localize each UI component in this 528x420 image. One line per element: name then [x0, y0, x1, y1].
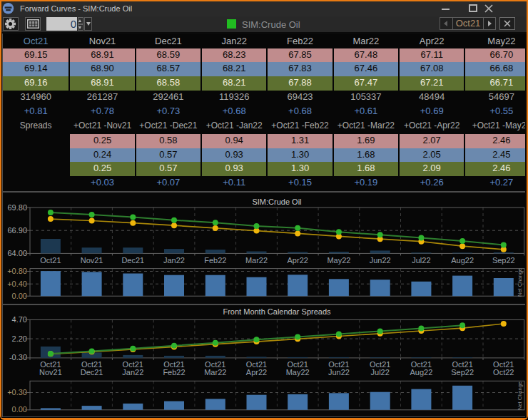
svg-text:64.00: 64.00 [7, 249, 27, 257]
svg-text:Jun22: Jun22 [328, 368, 350, 377]
svg-text:0.00: 0.00 [12, 405, 27, 414]
svg-text:Aug22: Aug22 [410, 368, 432, 377]
svg-text:Nov21: Nov21 [39, 368, 62, 377]
svg-text:+0.40: +0.40 [7, 280, 27, 288]
svg-text:+0.30: +0.30 [7, 388, 27, 396]
svg-text:69.80: 69.80 [7, 203, 27, 212]
svg-text:SIM:Crude Oil: SIM:Crude Oil [252, 198, 301, 206]
svg-text:Apr22: Apr22 [246, 368, 267, 377]
svg-text:Mar22: Mar22 [245, 256, 268, 265]
svg-text:Sep22: Sep22 [451, 368, 474, 377]
svg-text:Apr22: Apr22 [288, 256, 308, 265]
svg-text:Jan22: Jan22 [163, 256, 185, 265]
svg-text:May22: May22 [286, 368, 310, 377]
svg-text:66.90: 66.90 [7, 226, 27, 235]
svg-text:Oct22: Oct22 [493, 368, 514, 377]
svg-text:2.20: 2.20 [12, 334, 27, 343]
svg-text:Jul22: Jul22 [412, 256, 430, 265]
svg-text:Oct21: Oct21 [40, 256, 61, 265]
svg-text:+0.80: +0.80 [7, 267, 27, 275]
svg-text:Jul22: Jul22 [371, 368, 390, 377]
svg-text:0.00: 0.00 [12, 292, 27, 300]
svg-text:Net Change: Net Change [517, 268, 523, 297]
svg-text:Mar22: Mar22 [204, 368, 226, 377]
svg-text:Front Month Calendar Spreads: Front Month Calendar Spreads [223, 307, 331, 316]
svg-text:Jun22: Jun22 [370, 256, 391, 265]
svg-text:Dec21: Dec21 [81, 368, 103, 377]
svg-text:Dec21: Dec21 [121, 256, 144, 265]
svg-text:May22: May22 [327, 256, 350, 265]
svg-text:Feb22: Feb22 [204, 256, 226, 265]
svg-text:-0.30: -0.30 [9, 353, 27, 362]
svg-text:Net Change: Net Change [517, 381, 523, 410]
svg-text:Aug22: Aug22 [451, 256, 474, 265]
svg-text:4.70: 4.70 [12, 315, 27, 324]
svg-text:Feb22: Feb22 [163, 368, 185, 377]
svg-text:Sep22: Sep22 [492, 256, 515, 265]
svg-text:Nov21: Nov21 [81, 256, 103, 265]
svg-text:Jan22: Jan22 [122, 368, 143, 377]
